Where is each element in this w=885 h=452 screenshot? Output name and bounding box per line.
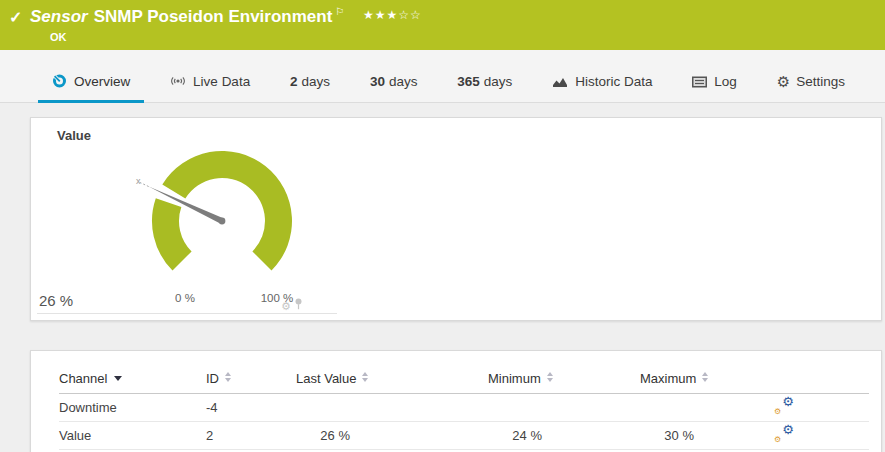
col-header-last-value[interactable]: Last Value <box>296 365 364 393</box>
gear-small-icon: ⚙ <box>774 407 781 416</box>
gauge-current-value: 26 % <box>39 292 73 309</box>
tab-label: days <box>484 74 513 89</box>
channel-settings-gears-icon[interactable]: ⚙⚙ <box>774 397 794 414</box>
sensor-type-label: Sensor <box>30 7 88 26</box>
cell-last-value <box>296 393 364 421</box>
spacer <box>556 365 640 393</box>
tab-label: Settings <box>796 74 845 89</box>
channel-settings-gears-icon[interactable]: ⚙⚙ <box>774 425 794 442</box>
value-gauge: x 0 % 100 % <box>127 126 317 316</box>
cell-maximum: 30 % <box>640 421 708 449</box>
gauge-arc-low <box>152 198 192 270</box>
gauge-hub <box>219 218 226 225</box>
tab-365-days[interactable]: 365days <box>443 61 526 102</box>
sort-toggle-icon <box>362 372 368 382</box>
cell-actions: ⚙⚙ <box>708 421 869 449</box>
tab-label: Live Data <box>193 74 250 89</box>
prtg-sensor-page: ✓ SensorSNMP Poseidon Environment⚐ ★★★☆☆… <box>0 0 885 452</box>
cell-id: 2 <box>206 421 296 449</box>
col-header-minimum[interactable]: Minimum <box>488 365 556 393</box>
tab-30-days[interactable]: 30days <box>356 61 432 102</box>
sort-toggle-icon <box>547 372 553 382</box>
tab-label: Overview <box>74 74 130 89</box>
sort-desc-icon <box>114 376 122 381</box>
flag-icon[interactable]: ⚐ <box>335 6 344 17</box>
stars-empty: ☆☆ <box>398 8 422 22</box>
cell-actions: ⚙⚙ <box>708 393 869 421</box>
tab-number: 30 <box>370 74 385 89</box>
status-badge: OK <box>50 31 67 43</box>
live-data-icon <box>170 63 186 104</box>
sort-toggle-icon <box>225 372 231 382</box>
tab-bar: Overview Live Data 2days 30days 365days … <box>0 50 885 103</box>
cell-channel[interactable]: Value <box>59 421 206 449</box>
col-label: Channel <box>59 371 107 386</box>
table-row-downtime[interactable]: Downtime -4 ⚙⚙ <box>59 393 869 421</box>
sort-toggle-icon <box>702 372 708 382</box>
tab-2-days[interactable]: 2days <box>276 61 344 102</box>
gear-big-icon: ⚙ <box>782 394 794 409</box>
table-header-row: Channel ID Last Value Minimum Maximum <box>59 365 869 393</box>
col-label: Maximum <box>640 371 696 386</box>
table-row-value[interactable]: Value 2 26 % 24 % 30 % ⚙⚙ <box>59 421 869 449</box>
priority-stars[interactable]: ★★★☆☆ <box>363 8 422 22</box>
col-header-maximum[interactable]: Maximum <box>640 365 708 393</box>
stars-filled: ★★★ <box>363 8 398 22</box>
gauge-title: Value <box>57 128 91 143</box>
cell-maximum <box>640 393 708 421</box>
pin-icon[interactable] <box>294 300 303 312</box>
gear-small-icon: ⚙ <box>774 435 781 444</box>
tab-live-data[interactable]: Live Data <box>156 61 264 102</box>
tab-overview[interactable]: Overview <box>38 61 144 102</box>
status-ok-check-icon: ✓ <box>9 8 22 27</box>
col-label: ID <box>206 371 219 386</box>
gear-big-icon: ⚙ <box>782 422 794 437</box>
gauge-needle-marker: x <box>136 176 141 186</box>
tab-label: Historic Data <box>575 74 652 89</box>
gauge-divider <box>37 313 337 314</box>
gauge-min-label: 0 % <box>175 292 195 304</box>
cell-channel[interactable]: Downtime <box>59 393 206 421</box>
channel-table: Channel ID Last Value Minimum Maximum Do… <box>59 365 869 450</box>
tab-log[interactable]: Log <box>678 61 751 102</box>
col-label: Last Value <box>296 371 356 386</box>
spacer <box>556 421 640 449</box>
gear-icon: ⚙ <box>777 61 790 102</box>
spacer <box>364 393 488 421</box>
tab-number: 2 <box>290 74 298 89</box>
historic-chart-icon <box>552 63 568 104</box>
col-header-id[interactable]: ID <box>206 365 296 393</box>
page-title: SNMP Poseidon Environment <box>94 7 333 26</box>
gauge-panel: Value x 0 % 100 % 26 % ⚙ <box>30 117 882 321</box>
gauge-icon <box>52 63 67 104</box>
cell-minimum: 24 % <box>488 421 556 449</box>
spacer <box>556 393 640 421</box>
sensor-title-line: SensorSNMP Poseidon Environment⚐ ★★★☆☆ <box>30 6 422 27</box>
tab-historic-data[interactable]: Historic Data <box>538 61 666 102</box>
sensor-header: ✓ SensorSNMP Poseidon Environment⚐ ★★★☆☆… <box>0 0 885 50</box>
log-icon <box>692 63 707 104</box>
tab-settings[interactable]: ⚙Settings <box>763 61 859 102</box>
spacer <box>708 365 869 393</box>
tab-label: days <box>389 74 418 89</box>
gauge-settings-gear-icon[interactable]: ⚙ <box>281 300 291 312</box>
cell-minimum <box>488 393 556 421</box>
tab-label: days <box>302 74 331 89</box>
active-tab-underline <box>38 100 144 103</box>
col-label: Minimum <box>488 371 541 386</box>
cell-last-value: 26 % <box>296 421 364 449</box>
tab-number: 365 <box>457 74 480 89</box>
col-header-channel[interactable]: Channel <box>59 365 206 393</box>
spacer <box>364 421 488 449</box>
tab-label: Log <box>714 74 737 89</box>
spacer <box>364 365 488 393</box>
gauge-footer-icons: ⚙ <box>281 298 303 313</box>
channel-table-panel: Channel ID Last Value Minimum Maximum Do… <box>30 350 882 452</box>
cell-id: -4 <box>206 393 296 421</box>
